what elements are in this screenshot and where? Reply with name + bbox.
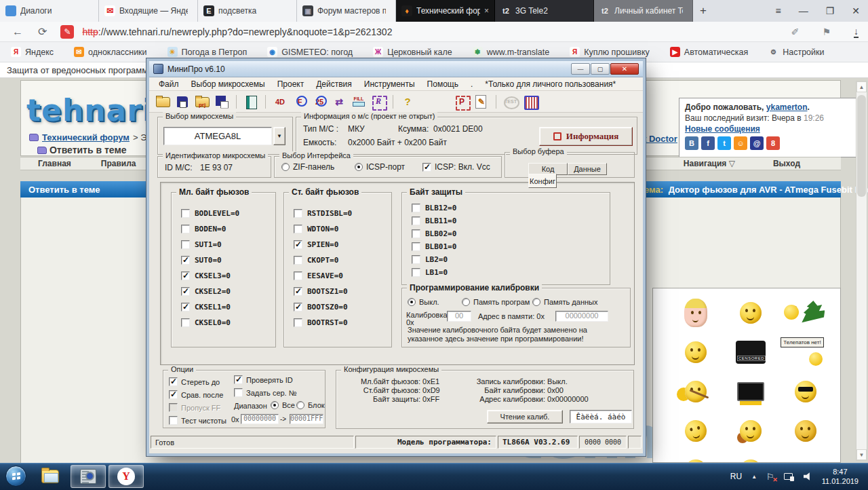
toolbar-icon[interactable]: prj: [194, 94, 210, 110]
fuse-row[interactable]: BOOTSZ0=0: [294, 303, 391, 312]
bookmark-item[interactable]: ☀ Погода в Петроп: [167, 47, 248, 57]
browser-tab[interactable]: t2 3G Tele2: [495, 0, 594, 22]
serial-checkbox[interactable]: Задать сер. №: [234, 388, 297, 397]
smiley[interactable]: [740, 302, 762, 324]
network-icon[interactable]: [784, 472, 794, 481]
bookmark-item[interactable]: ⚙ Настройки: [768, 47, 824, 57]
fuse-row[interactable]: WDTON=0: [294, 225, 391, 233]
smiley[interactable]: [685, 341, 707, 363]
topic-partial-link[interactable]: t Doctor: [644, 134, 677, 144]
zif-radio[interactable]: ZIF-панель: [281, 162, 334, 172]
menu-item[interactable]: Инструменты: [364, 79, 415, 89]
read-calibration-button[interactable]: Чтение калиб.: [487, 410, 563, 423]
social-icon[interactable]: В: [685, 136, 698, 150]
range-all-radio[interactable]: Все: [271, 401, 295, 409]
fuse-row[interactable]: BOOTSZ1=0: [294, 287, 391, 296]
fuse-row[interactable]: BLB11=0: [412, 216, 610, 225]
smiley[interactable]: [787, 301, 825, 325]
radio[interactable]: [408, 298, 416, 306]
nav-item[interactable]: Навигация ▽: [684, 159, 735, 168]
nav-item[interactable]: Главная: [38, 159, 71, 168]
calibration-byte-field[interactable]: Êàëèá. áàéò: [570, 410, 632, 423]
taskbar-minipro-button[interactable]: [71, 465, 106, 488]
scroll-down-button[interactable]: ▼: [856, 449, 867, 460]
new-tab-button[interactable]: +: [693, 0, 713, 22]
close-button[interactable]: ✕: [610, 63, 639, 75]
smiley[interactable]: [795, 420, 816, 442]
chip-dropdown-button[interactable]: ▼: [273, 127, 285, 145]
menu-item[interactable]: Выбор микросхемы: [191, 79, 265, 89]
browser-tab[interactable]: ✉ Входящие — Яндек: [99, 0, 198, 22]
reload-button[interactable]: ⟳: [38, 25, 47, 38]
smiley[interactable]: [685, 381, 707, 402]
bookmark-item[interactable]: ▶ Автоматическая: [670, 47, 748, 57]
bookmark-flag-icon[interactable]: ⚑: [822, 26, 831, 37]
verify-checkbox[interactable]: Срав. после: [169, 390, 223, 399]
checkbox[interactable]: [412, 204, 420, 212]
hidden-icons-button[interactable]: ▲: [751, 474, 757, 480]
fuse-row[interactable]: BLB02=0: [412, 229, 610, 238]
icsp-radio[interactable]: ICSP-порт: [355, 162, 405, 172]
browser-tab[interactable]: t2 Личный кабинет Te: [594, 0, 693, 22]
checkbox[interactable]: [181, 318, 190, 327]
checkbox[interactable]: [422, 163, 431, 172]
checkbox[interactable]: [181, 287, 190, 296]
fuse-row[interactable]: RSTDISBL=0: [294, 209, 391, 218]
menu-item[interactable]: Помощь: [427, 79, 458, 89]
checkbox[interactable]: [294, 271, 302, 280]
checkbox[interactable]: [294, 287, 302, 296]
checkbox[interactable]: [294, 303, 302, 312]
nav-item[interactable]: Выход: [773, 159, 800, 168]
tab-close-icon[interactable]: ×: [484, 6, 489, 16]
checkbox[interactable]: [412, 216, 420, 225]
chip-combobox[interactable]: ATMEGA8L: [163, 127, 272, 145]
fuse-row[interactable]: SUT1=0: [181, 240, 275, 249]
fuse-row[interactable]: BODEN=0: [181, 225, 275, 233]
checkbox[interactable]: [181, 209, 190, 218]
radio[interactable]: [355, 163, 363, 171]
volume-icon[interactable]: [804, 472, 812, 481]
fuse-row[interactable]: BOOTRST=0: [294, 318, 391, 327]
browser-restore-button[interactable]: ❐: [826, 5, 835, 16]
icsp-vcc-checkbox[interactable]: ICSP: Вкл. Vcc: [422, 162, 490, 172]
toolbar-icon[interactable]: [214, 94, 230, 110]
radio[interactable]: [271, 401, 279, 409]
checkbox[interactable]: [294, 318, 302, 327]
check-id-checkbox[interactable]: Проверять ID: [234, 375, 293, 384]
checkbox[interactable]: [181, 240, 190, 249]
toolbar-icon[interactable]: [243, 94, 259, 110]
calib-value-input[interactable]: 00: [447, 311, 471, 322]
topic-link-text[interactable]: t Doctor: [644, 134, 677, 144]
information-button[interactable]: Информация: [539, 127, 633, 146]
blank-check-checkbox[interactable]: Тест чистоты: [169, 416, 226, 425]
smiley[interactable]: [684, 299, 707, 327]
smiley[interactable]: Телепатов нет!: [781, 337, 831, 367]
minimize-button[interactable]: —: [571, 63, 590, 75]
checkbox[interactable]: [412, 268, 420, 277]
bookmark-item[interactable]: ◉ GISMETEO: погод: [267, 47, 353, 57]
calib-addr-input[interactable]: 00000000: [555, 311, 608, 322]
url-text[interactable]: http://www.tehnari.ru/newreply.php?do=ne…: [82, 26, 392, 37]
social-icon[interactable]: @: [750, 136, 764, 150]
browser-tab[interactable]: Диалоги: [0, 0, 99, 22]
smiley[interactable]: [683, 418, 709, 444]
browser-tab[interactable]: E подсветка: [198, 0, 297, 22]
toolbar-icon[interactable]: P: [454, 94, 470, 110]
toolbar-icon[interactable]: [155, 94, 171, 110]
taskbar-yandex-button[interactable]: Y: [108, 465, 144, 488]
smiley[interactable]: [795, 381, 816, 402]
nav-item[interactable]: Правила: [101, 159, 136, 168]
fuse-row[interactable]: LB2=0: [412, 255, 610, 264]
fuse-row[interactable]: LB1=0: [412, 268, 610, 277]
browser-tab[interactable]: ♦ Технический фор ×: [396, 0, 495, 22]
fuse-row[interactable]: EESAVE=0: [294, 271, 391, 280]
fuse-row[interactable]: CKSEL0=0: [181, 318, 275, 327]
toolbar-icon[interactable]: [174, 94, 191, 110]
maximize-button[interactable]: ▢: [591, 63, 610, 75]
range-block-radio[interactable]: Блок: [296, 401, 325, 409]
fuse-row[interactable]: CKSEL2=0: [181, 287, 275, 296]
menu-item[interactable]: *Только для личного пользования*: [485, 79, 616, 89]
radio[interactable]: [296, 401, 304, 409]
smiley[interactable]: [737, 382, 764, 401]
download-icon[interactable]: ↓: [854, 26, 859, 38]
